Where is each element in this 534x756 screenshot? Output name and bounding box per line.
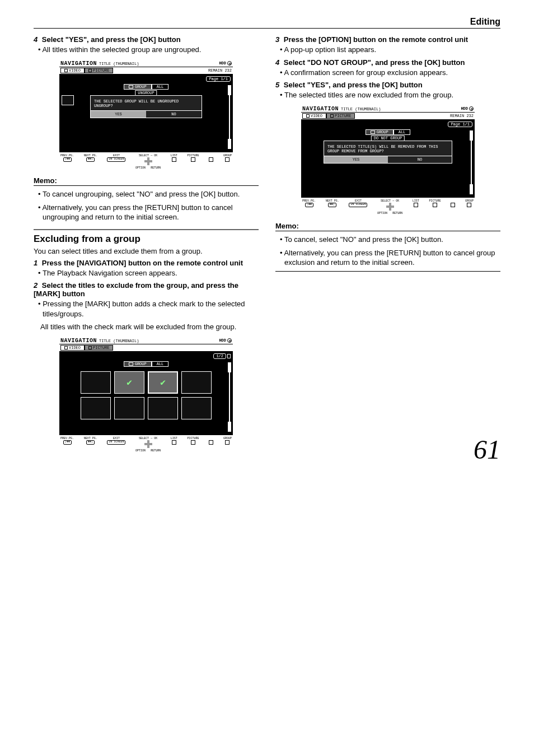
- thumbnail[interactable]: [181, 397, 212, 419]
- no-button[interactable]: NO: [388, 156, 452, 163]
- device-footer: PREV.PG.|◄◄ NEXT PG.►►| EXITON SCREEN SE…: [59, 435, 233, 453]
- check-icon: ✔: [160, 377, 166, 388]
- device-footer: PREV.PG.|◄◄ NEXT PG.►►| EXITON SCREEN SE…: [301, 198, 475, 216]
- device-screenshot-ungroup: NAVIGATION TITLE (THUMBNAIL) HDD VIDEO P…: [59, 60, 233, 170]
- step-1: 1 Press the [NAVIGATION] button on the r…: [34, 259, 259, 267]
- step-4-note: All titles within the selected group are…: [38, 45, 259, 55]
- device-footer: PREV.PG.|◄◄ NEXT PG.►►| EXITON SCREEN SE…: [59, 152, 233, 170]
- thumbnail[interactable]: [114, 397, 144, 419]
- thumbnail[interactable]: [148, 397, 178, 419]
- disc-icon: [227, 61, 232, 66]
- tab-video[interactable]: VIDEO: [60, 345, 85, 351]
- memo-item: Alternatively, you can press the [RETURN…: [280, 248, 500, 268]
- disc-icon: [469, 106, 474, 111]
- hdd-label: HDD: [461, 106, 474, 112]
- remain-label: REMAIN 232: [208, 68, 232, 73]
- memo-heading: Memo:: [275, 222, 500, 231]
- thumbnail[interactable]: ✔: [114, 371, 144, 394]
- step-3-note: A pop-up option list appears.: [280, 45, 500, 55]
- thumbnail-selected[interactable]: ✔: [148, 371, 178, 394]
- thumbnail[interactable]: [81, 371, 111, 394]
- ungroup-dialog: UNGROUP THE SELECTED GROUP WILL BE UNGRO…: [90, 95, 202, 119]
- section-heading: Excluding from a group: [34, 229, 259, 245]
- dpad-icon: [144, 157, 152, 165]
- right-column: 3 Press the [OPTION] button on the remot…: [275, 35, 500, 459]
- step-5: 5 Select "YES", and press the [OK] butto…: [275, 81, 500, 89]
- disc-icon: [227, 338, 232, 343]
- left-column: 4 Select "YES", and press the [OK] butto…: [34, 35, 259, 459]
- tab-picture[interactable]: PICTURE: [85, 68, 113, 73]
- thumbnail[interactable]: [181, 371, 212, 394]
- step-4-note: A confirmation screen for group exclusio…: [280, 68, 500, 78]
- yes-button[interactable]: YES: [324, 156, 388, 163]
- filter-all[interactable]: ALL: [152, 361, 169, 367]
- donotgroup-dialog: DO NOT GROUP THE SELECTED TITLE(S) WILL …: [324, 141, 452, 164]
- scrollbar[interactable]: [227, 362, 232, 432]
- no-button[interactable]: NO: [146, 110, 202, 118]
- memo-item: To cancel, select "NO" and press the [OK…: [280, 235, 500, 245]
- filter-group[interactable]: GROUP: [124, 361, 152, 367]
- device-screenshot-donotgroup: NAVIGATION TITLE (THUMBNAIL) HDD VIDEO P…: [301, 106, 475, 216]
- hdd-label: HDD: [219, 60, 232, 67]
- folder-icon: [129, 85, 133, 88]
- filter-all[interactable]: ALL: [394, 129, 411, 135]
- step-1-note: The Playback Navigation screen appears.: [38, 268, 259, 278]
- memo-item: Alternatively, you can press the [RETURN…: [38, 203, 259, 222]
- tab-picture[interactable]: PICTURE: [326, 113, 355, 119]
- nav-subtitle: TITLE (THUMBNAIL): [99, 62, 139, 66]
- step-3: 3 Press the [OPTION] button on the remot…: [275, 35, 500, 44]
- step-text: Select "YES", and press the [OK] button: [42, 35, 181, 44]
- filter-all[interactable]: ALL: [152, 84, 169, 90]
- scrollbar[interactable]: [469, 130, 474, 194]
- tab-video[interactable]: VIDEO: [60, 68, 85, 73]
- step-number: 4: [34, 35, 38, 44]
- page-indicator: Page 1/1: [448, 122, 472, 127]
- step-2-note: Pressing the [MARK] button adds a check …: [38, 299, 259, 319]
- tab-video[interactable]: VIDEO: [302, 113, 326, 119]
- divider: [275, 271, 500, 272]
- page-indicator: 1/2: [213, 353, 226, 359]
- nav-title: NAVIGATION: [60, 60, 97, 67]
- hdd-label: HDD: [219, 338, 232, 344]
- memo-heading: Memo:: [34, 176, 259, 186]
- dialog-title: UNGROUP: [135, 90, 157, 96]
- dialog-body: THE SELECTED GROUP WILL BE UNGROUPED UNG…: [91, 96, 202, 111]
- page-header: Editing: [34, 17, 500, 29]
- device-screenshot-select: NAVIGATION TITLE (THUMBNAIL) HDD VIDEO P…: [59, 338, 233, 453]
- step-2-note2: All titles with the check mark will be e…: [40, 322, 259, 332]
- section-intro: You can select titles and exclude them f…: [34, 247, 259, 255]
- filter-group[interactable]: GROUP: [124, 84, 152, 90]
- step-2: 2 Select the titles to exclude from the …: [34, 281, 259, 298]
- dialog-body: THE SELECTED TITLE(S) WILL BE REMOVED FR…: [324, 141, 452, 156]
- filter-group[interactable]: GROUP: [366, 129, 394, 135]
- page-number: 61: [474, 434, 500, 465]
- dialog-title: DO NOT GROUP: [371, 136, 405, 141]
- step-4: 4 Select "DO NOT GROUP", and press the […: [275, 58, 500, 67]
- thumbnail[interactable]: [81, 397, 111, 419]
- page-indicator: Page 1/1: [206, 76, 231, 82]
- memo-item: To cancel ungrouping, select "NO" and pr…: [38, 189, 259, 199]
- thumbnail[interactable]: [62, 95, 74, 105]
- check-icon: ✔: [127, 377, 132, 388]
- step-4: 4 Select "YES", and press the [OK] butto…: [34, 35, 259, 44]
- tab-picture[interactable]: PICTURE: [85, 345, 113, 351]
- yes-button[interactable]: YES: [91, 110, 146, 118]
- scrollbar[interactable]: [227, 85, 232, 149]
- step-5-note: The selected titles are now excluded fro…: [280, 90, 500, 100]
